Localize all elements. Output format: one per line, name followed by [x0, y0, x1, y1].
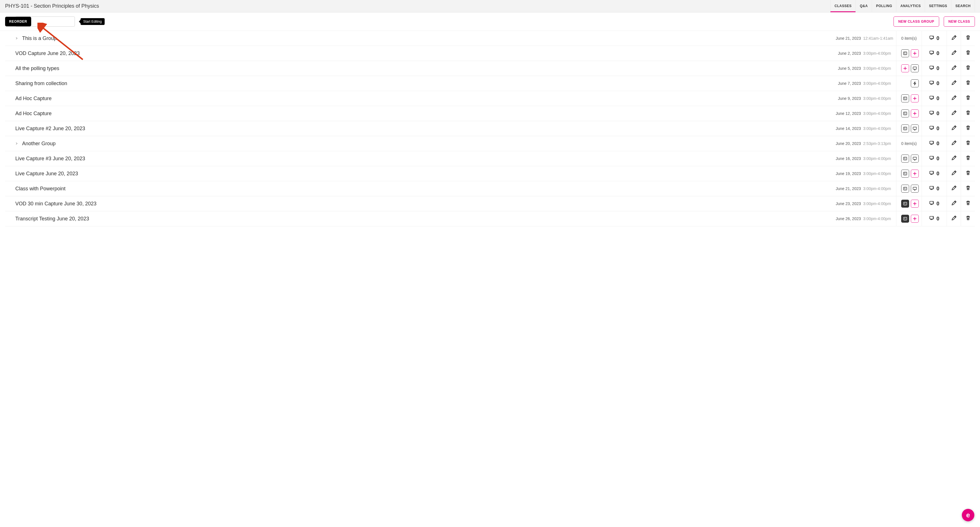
media-icon[interactable] [901, 200, 909, 208]
row-time: 3:00pm-4:00pm [861, 186, 896, 191]
tab-polling[interactable]: POLLING [872, 0, 896, 12]
delete-icon[interactable] [965, 35, 971, 42]
delete-icon[interactable] [965, 155, 971, 162]
reorder-button[interactable]: REORDER [5, 17, 31, 26]
tab-settings[interactable]: SETTINGS [925, 0, 951, 12]
edit-icon[interactable] [951, 80, 957, 87]
row-comments[interactable]: 0 [921, 91, 947, 106]
chevron-right-icon[interactable] [15, 36, 19, 41]
edit-icon[interactable] [951, 200, 957, 207]
row-title[interactable]: This is a Group [22, 35, 57, 41]
media-icon[interactable] [901, 124, 909, 132]
edit-icon[interactable] [951, 170, 957, 177]
media-icon[interactable] [901, 94, 909, 102]
presentation-icon[interactable] [911, 64, 919, 72]
row-comments[interactable]: 0 [921, 211, 947, 226]
row-comments[interactable]: 0 [921, 76, 947, 91]
comment-icon [929, 125, 935, 132]
row-title[interactable]: Another Group [22, 141, 56, 146]
edit-icon[interactable] [951, 50, 957, 57]
row-title[interactable]: Ad Hoc Capture [15, 111, 52, 116]
row-date: June 7, 2023 [827, 81, 861, 86]
media-icon[interactable] [901, 215, 909, 223]
row-comments[interactable]: 0 [921, 166, 947, 181]
row-action-icons [896, 181, 921, 196]
tab-qa[interactable]: Q&A [856, 0, 872, 12]
row-comments[interactable]: 0 [921, 31, 947, 46]
edit-icon[interactable] [951, 95, 957, 102]
row-comments[interactable]: 0 [921, 196, 947, 211]
delete-icon[interactable] [965, 110, 971, 117]
edit-icon[interactable] [951, 155, 957, 162]
row-time: 3:00pm-4:00pm [861, 111, 896, 116]
media-icon[interactable] [901, 110, 909, 118]
row-title[interactable]: VOD 30 min Capture June 30, 2023 [15, 201, 96, 207]
tab-analytics[interactable]: ANALYTICS [896, 0, 925, 12]
row-time: 3:00pm-4:00pm [861, 201, 896, 206]
edit-icon[interactable] [951, 65, 957, 72]
edit-icon[interactable] [951, 125, 957, 132]
delete-icon[interactable] [965, 170, 971, 177]
row-title[interactable]: Live Capture June 20, 2023 [15, 171, 78, 177]
delete-icon[interactable] [965, 140, 971, 147]
row-time: 3:00pm-4:00pm [861, 81, 896, 86]
row-comments[interactable]: 0 [921, 61, 947, 76]
new-class-group-button[interactable]: NEW CLASS GROUP [894, 16, 939, 27]
row-comments[interactable]: 0 [921, 151, 947, 166]
add-icon[interactable] [911, 215, 919, 223]
comment-count: 0 [936, 111, 939, 116]
edit-icon[interactable] [951, 140, 957, 147]
edit-icon[interactable] [951, 215, 957, 222]
delete-icon[interactable] [965, 80, 971, 87]
comment-icon [929, 155, 935, 162]
add-icon[interactable] [911, 110, 919, 118]
chevron-right-icon[interactable] [15, 141, 19, 146]
tab-search[interactable]: SEARCH [951, 0, 975, 12]
media-icon[interactable] [901, 49, 909, 57]
edit-icon[interactable] [951, 110, 957, 117]
delete-icon[interactable] [965, 185, 971, 192]
comment-count: 0 [936, 65, 939, 72]
media-icon[interactable] [901, 154, 909, 162]
delete-icon[interactable] [965, 125, 971, 132]
edit-icon[interactable] [951, 185, 957, 192]
row-action-icons [896, 151, 921, 166]
row-comments[interactable]: 0 [921, 106, 947, 121]
delete-icon[interactable] [965, 65, 971, 72]
media-icon[interactable] [901, 185, 909, 193]
edit-icon[interactable] [951, 35, 957, 42]
comment-count: 0 [936, 126, 939, 132]
delete-icon[interactable] [965, 215, 971, 222]
row-date: June 20, 2023 [827, 141, 861, 146]
row-comments[interactable]: 0 [921, 181, 947, 196]
row-title[interactable]: Live Capture #2 June 20, 2023 [15, 126, 85, 132]
add-icon[interactable] [911, 200, 919, 208]
media-icon[interactable] [901, 170, 909, 178]
row-comments[interactable]: 0 [921, 121, 947, 136]
delete-icon[interactable] [965, 50, 971, 57]
row-comments[interactable]: 0 [921, 46, 947, 61]
delete-icon[interactable] [965, 200, 971, 207]
row-comments[interactable]: 0 [921, 136, 947, 151]
row-title[interactable]: Ad Hoc Capture [15, 96, 52, 102]
row-title[interactable]: Live Capture #3 June 20, 2023 [15, 156, 85, 162]
row-title[interactable]: Transcript Testing June 20, 2023 [15, 216, 89, 222]
comment-icon [929, 215, 935, 222]
add-icon[interactable] [911, 49, 919, 57]
row-date: June 5, 2023 [827, 66, 861, 71]
row-title[interactable]: Class with Powerpoint [15, 186, 65, 192]
tab-classes[interactable]: CLASSES [830, 0, 856, 12]
add-icon[interactable] [911, 94, 919, 102]
page-title: PHYS-101 - Section Principles of Physics [5, 3, 99, 9]
lightning-icon[interactable] [911, 80, 919, 88]
presentation-icon[interactable] [911, 185, 919, 193]
add-icon[interactable] [911, 170, 919, 178]
row-title[interactable]: Sharing from collection [15, 81, 67, 86]
row-title[interactable]: All the polling types [15, 65, 59, 72]
presentation-icon[interactable] [911, 154, 919, 162]
presentation-icon[interactable] [911, 124, 919, 132]
new-class-button[interactable]: NEW CLASS [944, 16, 975, 27]
row-title[interactable]: VOD Capture June 20, 2023 [15, 51, 80, 56]
delete-icon[interactable] [965, 95, 971, 102]
add-icon[interactable] [901, 64, 909, 72]
